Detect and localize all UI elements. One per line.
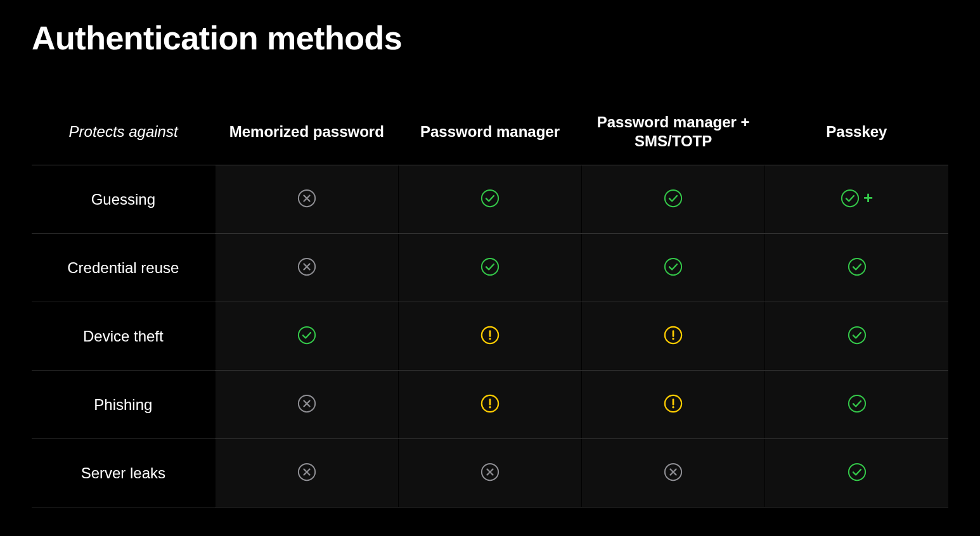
header-col-2: Password manager + SMS/TOTP — [582, 101, 765, 165]
table-row: Guessing+ — [32, 165, 948, 234]
data-cell — [765, 234, 948, 302]
data-cell — [215, 302, 398, 371]
row-label: Guessing — [32, 165, 215, 234]
warning-circle-icon — [664, 394, 683, 413]
check-circle-icon — [848, 463, 867, 482]
data-cell — [398, 302, 581, 371]
cross-circle-icon — [664, 463, 683, 482]
check-circle-icon — [297, 326, 316, 345]
data-cell — [582, 165, 765, 234]
check-circle-icon — [480, 257, 500, 276]
data-cell: + — [765, 165, 948, 234]
data-cell — [215, 165, 398, 234]
data-cell — [582, 371, 765, 439]
header-row-label: Protects against — [32, 101, 215, 165]
data-cell — [765, 371, 948, 439]
header-col-3: Passkey — [765, 101, 948, 165]
warning-circle-icon — [480, 394, 500, 413]
check-circle-icon — [841, 189, 860, 208]
row-label: Server leaks — [32, 439, 215, 507]
data-cell — [582, 234, 765, 302]
table-row: Credential reuse — [32, 234, 948, 302]
table-row: Phishing — [32, 371, 948, 439]
cross-circle-icon — [297, 463, 316, 482]
check-circle-icon — [480, 189, 500, 208]
comparison-table: Protects against Memorized password Pass… — [32, 101, 948, 507]
data-cell — [398, 439, 581, 507]
cross-circle-icon — [480, 463, 500, 482]
plus-icon: + — [863, 188, 873, 208]
cross-circle-icon — [297, 394, 316, 413]
check-circle-icon — [664, 257, 683, 276]
data-cell — [398, 234, 581, 302]
check-circle-icon — [848, 394, 867, 413]
page-title: Authentication methods — [32, 19, 948, 57]
data-cell — [582, 302, 765, 371]
table-row: Device theft — [32, 302, 948, 371]
row-label: Credential reuse — [32, 234, 215, 302]
table-row: Server leaks — [32, 439, 948, 507]
header-col-1: Password manager — [398, 101, 581, 165]
header-col-0: Memorized password — [215, 101, 398, 165]
warning-circle-icon — [664, 326, 683, 345]
check-circle-icon — [848, 326, 867, 345]
check-circle-icon — [848, 257, 867, 276]
data-cell — [215, 234, 398, 302]
data-cell — [398, 165, 581, 234]
row-label: Phishing — [32, 371, 215, 439]
data-cell — [765, 439, 948, 507]
warning-circle-icon — [480, 326, 500, 345]
cross-circle-icon — [297, 189, 316, 208]
cross-circle-icon — [297, 257, 316, 276]
data-cell — [398, 371, 581, 439]
check-circle-icon — [664, 189, 683, 208]
data-cell — [765, 302, 948, 371]
row-label: Device theft — [32, 302, 215, 371]
data-cell — [215, 371, 398, 439]
data-cell — [582, 439, 765, 507]
data-cell — [215, 439, 398, 507]
